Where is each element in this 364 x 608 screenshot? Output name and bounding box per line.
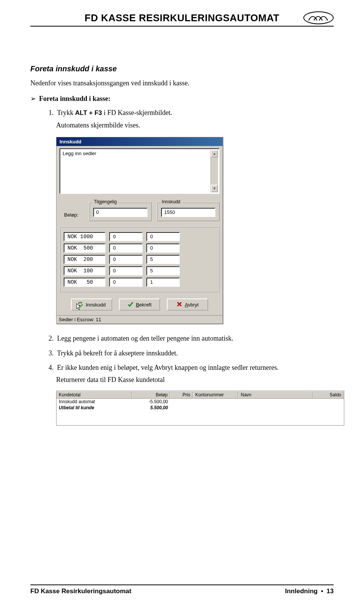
col-navn[interactable]: Navn: [238, 391, 314, 399]
denom-label: NOK 200: [64, 255, 105, 264]
header-title: FD KASSE RESIRKULERINGSAUTOMAT: [61, 12, 303, 24]
denom-row: NOK 1000 0 0: [64, 232, 215, 241]
section-heading: Foreta innskudd i kasse: [30, 64, 334, 73]
denom-avail[interactable]: 0: [109, 244, 143, 253]
denom-label: NOK 100: [64, 266, 105, 275]
denom-avail[interactable]: 0: [109, 278, 143, 287]
innskudd-field[interactable]: 1550: [161, 208, 215, 217]
col-kontonummer[interactable]: Kontonummer: [193, 391, 238, 399]
denom-label: NOK 500: [64, 244, 105, 253]
arrow-icon: ➢: [30, 94, 36, 103]
denom-dep[interactable]: 5: [146, 255, 180, 264]
bullet-icon: •: [321, 588, 323, 595]
denom-avail[interactable]: 0: [109, 232, 143, 241]
belop-label: Beløp:: [64, 202, 78, 218]
step4-sub: Returnerer data til FD Kasse kundetotal: [30, 376, 334, 384]
page-header: FD KASSE RESIRKULERINGSAUTOMAT: [30, 11, 334, 27]
bekreft-button[interactable]: Bekreft: [119, 299, 160, 311]
cell-amount: 5.500,00: [132, 405, 170, 410]
check-icon: [127, 301, 133, 308]
innskudd-dialog: Innskudd Legg inn sedler ▲ ▼ Beløp: Tilg…: [56, 137, 223, 324]
message-textarea[interactable]: Legg inn sedler ▲ ▼: [60, 148, 220, 194]
denom-avail[interactable]: 0: [109, 255, 143, 264]
cell: [170, 405, 193, 410]
fieldset-innskudd-label: Innskudd: [160, 199, 182, 204]
page-footer: FD Kasse Resirkuleringsautomat Innlednin…: [30, 584, 334, 595]
textarea-content: Legg inn sedler: [63, 151, 96, 156]
cell-amount: -5.500,00: [132, 399, 170, 404]
denom-row: NOK 50 0 1: [64, 278, 215, 287]
avbryt-button-label: Avbryt: [185, 302, 199, 308]
kundetotal-table: Kundetotal Beløp Pris Kontonummer Navn S…: [56, 391, 344, 426]
step1-pre: Trykk: [57, 109, 75, 116]
scroll-up-icon[interactable]: ▲: [211, 150, 218, 157]
cell: [193, 399, 238, 404]
bekreft-button-label: Bekreft: [136, 302, 151, 308]
cell: [238, 405, 314, 410]
table-header-row: Kundetotal Beløp Pris Kontonummer Navn S…: [56, 391, 344, 399]
table-row: Innskudd automat -5.500,00: [56, 399, 344, 405]
denom-dep[interactable]: 0: [146, 232, 180, 241]
step-3: 3. Trykk på bekreft for å akseptere inns…: [30, 349, 334, 358]
intro-text: Nedenfor vises transaksjonssgangen ved i…: [30, 79, 334, 88]
scrollbar[interactable]: ▲ ▼: [210, 150, 218, 192]
bullet-row: ➢ Foreta innskudd i kasse:: [30, 94, 334, 103]
step4-text: Er ikke kunden enig i beløpet, velg Avbr…: [57, 364, 279, 371]
bullet-text: Foreta innskudd i kasse:: [39, 95, 110, 103]
scroll-down-icon[interactable]: ▼: [211, 185, 218, 192]
dialog-titlebar: Innskudd: [56, 137, 223, 146]
cell: [170, 399, 193, 404]
denom-dep[interactable]: 0: [146, 244, 180, 253]
denom-label: NOK 50: [64, 278, 105, 287]
col-belop[interactable]: Beløp: [132, 391, 170, 399]
cell: [314, 399, 344, 404]
footer-section: Innledning: [285, 588, 318, 595]
cell-desc: Innskudd automat: [56, 399, 132, 404]
step-1: 1. Trykk ALT + F3 i FD Kasse-skjermbilde…: [30, 108, 334, 118]
col-kundetotal[interactable]: Kundetotal: [56, 391, 132, 399]
step-4: 4. Er ikke kunden enig i beløpet, velg A…: [30, 363, 334, 372]
denomination-group: NOK 1000 0 0 NOK 500 0 0 NOK 200 0 5 NOK…: [60, 226, 220, 292]
cross-icon: [176, 301, 182, 308]
step1-post: i FD Kasse-skjermbildet.: [102, 109, 172, 116]
col-pris[interactable]: Pris: [170, 391, 193, 399]
footer-right: Innledning • 13: [285, 588, 334, 595]
brand-logo: [303, 11, 334, 24]
cell-desc: Utbetal til kunde: [56, 405, 132, 410]
step1-sub: Automatens skjermbilde vises.: [30, 121, 334, 129]
col-saldo[interactable]: Saldo: [314, 391, 344, 399]
step2-text: Legg pengene i automaten og den teller p…: [57, 335, 234, 342]
footer-left: FD Kasse Resirkuleringsautomat: [30, 588, 131, 595]
cell: [193, 405, 238, 410]
denom-row: NOK 200 0 5: [64, 255, 215, 264]
table-row: Utbetal til kunde 5.500,00: [56, 405, 344, 411]
footer-page: 13: [326, 588, 334, 595]
step3-text: Trykk på bekreft for å akseptere innskud…: [57, 349, 178, 357]
denom-avail[interactable]: 0: [109, 266, 143, 275]
denom-row: NOK 100 0 5: [64, 266, 215, 275]
cell: [238, 399, 314, 404]
fieldset-tilgjengelig-label: Tilgjengelig: [93, 199, 118, 204]
step1-key: ALT + F3: [75, 109, 102, 116]
cell: [314, 405, 344, 410]
step-2: 2. Legg pengene i automaten og den telle…: [30, 334, 334, 343]
status-bar: Sedler i Escrow: 11: [56, 315, 223, 324]
denom-row: NOK 500 0 0: [64, 244, 215, 253]
innskudd-button-label: Innskudd: [86, 302, 106, 308]
innskudd-button[interactable]: Innskudd: [71, 299, 112, 311]
refresh-icon: [77, 301, 83, 308]
denom-dep[interactable]: 5: [146, 266, 180, 275]
avbryt-button[interactable]: Avbryt: [167, 299, 208, 311]
denom-label: NOK 1000: [64, 232, 105, 241]
tilgjengelig-field[interactable]: 0: [93, 208, 147, 217]
denom-dep[interactable]: 1: [146, 278, 180, 287]
